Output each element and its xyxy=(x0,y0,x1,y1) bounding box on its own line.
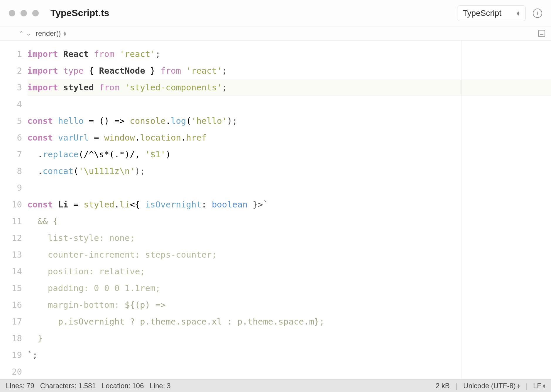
status-loc-label: Location: xyxy=(102,382,130,390)
status-encoding-label: Unicode (UTF-8) xyxy=(463,382,516,390)
zoom-window-button[interactable] xyxy=(32,10,39,16)
line-number: 18 xyxy=(0,330,22,347)
code-line[interactable]: .concat('\u1111z\n'); xyxy=(27,163,551,180)
code-line[interactable]: `; xyxy=(27,347,551,364)
panel-toggle-icon[interactable] xyxy=(538,30,545,37)
breadcrumb-symbol[interactable]: render() xyxy=(36,29,61,38)
line-number: 12 xyxy=(0,230,22,246)
minimize-window-button[interactable] xyxy=(21,10,27,16)
code-line[interactable]: const varUrl = window.location.href xyxy=(27,129,551,146)
code-line[interactable]: const Li = styled.li<{ isOvernight: bool… xyxy=(27,196,551,213)
status-line-ending-select[interactable]: LF ▴▾ xyxy=(533,382,545,390)
status-lines-value: 79 xyxy=(26,382,34,390)
language-select[interactable]: TypeScript ▲▼ xyxy=(457,5,526,21)
line-number: 1 xyxy=(0,46,22,62)
status-line-ending-label: LF xyxy=(533,382,541,390)
line-number: 13 xyxy=(0,246,22,263)
code-line[interactable]: import type { ReactNode } from 'react'; xyxy=(27,62,551,79)
line-number: 10 xyxy=(0,196,22,213)
window-controls xyxy=(9,10,39,16)
status-line-label: Line: xyxy=(150,382,165,390)
breadcrumb-stepper-icon[interactable]: ▴▾ xyxy=(64,31,66,36)
code-line[interactable] xyxy=(27,364,551,379)
editor[interactable]: 1234567891011121314151617181920 import R… xyxy=(0,40,551,379)
column-ruler xyxy=(461,40,462,379)
line-number-gutter: 1234567891011121314151617181920 xyxy=(0,40,22,379)
code-line[interactable] xyxy=(27,180,551,196)
close-window-button[interactable] xyxy=(9,10,15,16)
line-number: 19 xyxy=(0,347,22,364)
code-line[interactable]: margin-bottom: ${(p) => xyxy=(27,297,551,313)
info-icon[interactable]: i xyxy=(533,9,542,18)
line-number: 3 xyxy=(0,79,22,96)
line-number: 17 xyxy=(0,313,22,330)
status-line-value: 3 xyxy=(167,382,170,390)
titlebar: TypeScript.ts TypeScript ▲▼ i xyxy=(0,0,551,26)
code-line[interactable]: import styled from 'styled-components'; xyxy=(27,79,551,96)
line-number: 4 xyxy=(0,96,22,113)
status-characters: Characters: 1.581 xyxy=(40,382,96,390)
status-loc-value: 106 xyxy=(132,382,144,390)
code-line[interactable]: position: relative; xyxy=(27,263,551,280)
code-line[interactable]: import React from 'react'; xyxy=(27,46,551,62)
line-number: 16 xyxy=(0,297,22,313)
code-line[interactable]: padding: 0 0 0 1.1rem; xyxy=(27,280,551,297)
line-number: 6 xyxy=(0,129,22,146)
line-number: 11 xyxy=(0,213,22,230)
chevron-updown-icon: ▴▾ xyxy=(518,383,520,388)
status-location: Location: 106 xyxy=(102,382,144,390)
status-encoding-select[interactable]: Unicode (UTF-8) ▴▾ xyxy=(463,382,520,390)
breadcrumb-up-icon[interactable]: ⌃ xyxy=(18,30,25,37)
code-line[interactable]: .replace(/^\s*(.*)/, '$1') xyxy=(27,146,551,163)
code-line[interactable]: const hello = () => console.log('hello')… xyxy=(27,113,551,129)
status-lines: Lines: 79 xyxy=(6,382,34,390)
status-filesize: 2 kB xyxy=(436,382,450,390)
status-chars-label: Characters: xyxy=(40,382,77,390)
code-line[interactable]: p.isOvernight ? p.theme.space.xl : p.the… xyxy=(27,313,551,330)
breadcrumb-bar: ⌃ ⌄ render() ▴▾ xyxy=(0,26,551,40)
line-number: 5 xyxy=(0,113,22,129)
code-line[interactable] xyxy=(27,96,551,113)
statusbar: Lines: 79 Characters: 1.581 Location: 10… xyxy=(0,379,551,392)
code-line[interactable]: && { xyxy=(27,213,551,230)
chevron-updown-icon: ▴▾ xyxy=(543,383,545,388)
code-line[interactable]: counter-increment: steps-counter; xyxy=(27,246,551,263)
chevron-updown-icon: ▲▼ xyxy=(516,11,520,16)
line-number: 14 xyxy=(0,263,22,280)
line-number: 7 xyxy=(0,146,22,163)
breadcrumb-down-icon[interactable]: ⌄ xyxy=(25,30,32,37)
line-number: 20 xyxy=(0,364,22,379)
line-number: 2 xyxy=(0,62,22,79)
line-number: 15 xyxy=(0,280,22,297)
code-line[interactable]: } xyxy=(27,330,551,347)
status-lines-label: Lines: xyxy=(6,382,25,390)
code-content[interactable]: import React from 'react';import type { … xyxy=(22,40,551,379)
status-line: Line: 3 xyxy=(150,382,170,390)
file-title: TypeScript.ts xyxy=(50,8,109,18)
line-number: 8 xyxy=(0,163,22,180)
line-number: 9 xyxy=(0,180,22,196)
status-chars-value: 1.581 xyxy=(78,382,96,390)
code-line[interactable]: list-style: none; xyxy=(27,230,551,246)
language-select-label: TypeScript xyxy=(463,9,501,18)
